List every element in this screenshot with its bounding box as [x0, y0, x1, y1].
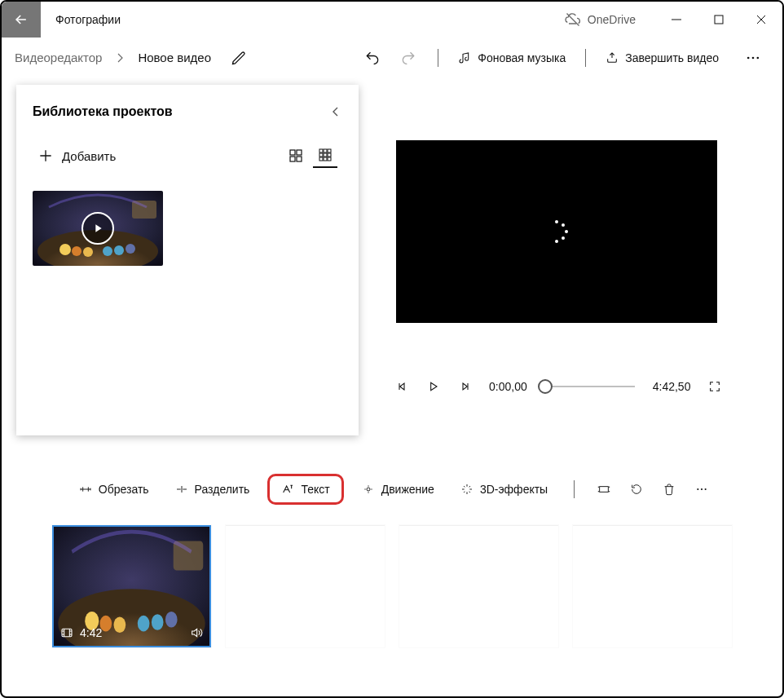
motion-button[interactable]: Движение [354, 478, 443, 501]
background-music-button[interactable]: Фоновая музыка [450, 46, 574, 69]
clip-overlay: 4:42 [52, 618, 211, 647]
plus-icon [37, 148, 54, 164]
library-title: Библиотека проектов [33, 104, 173, 119]
loading-spinner-icon [545, 220, 568, 243]
music-icon [458, 51, 471, 64]
svg-rect-4 [290, 150, 295, 155]
svg-point-3 [757, 56, 760, 59]
export-icon [606, 51, 619, 64]
add-media-label: Добавить [62, 149, 116, 163]
split-button[interactable]: Разделить [167, 478, 258, 501]
next-frame-button[interactable] [458, 380, 471, 393]
chevron-left-icon [329, 105, 342, 118]
more-icon [695, 483, 708, 496]
clip-audio-button[interactable] [190, 626, 203, 639]
trim-button[interactable]: Обрезать [71, 478, 157, 501]
play-overlay [33, 191, 163, 266]
svg-rect-9 [324, 149, 327, 152]
grid-3x3-icon [319, 148, 332, 161]
trim-icon [79, 483, 92, 496]
split-label: Разделить [195, 483, 250, 496]
storyboard-clip[interactable]: 4:42 [52, 525, 211, 647]
svg-rect-40 [62, 629, 72, 636]
play-button[interactable] [427, 380, 440, 393]
project-library-panel: Библиотека проектов Добавить [16, 85, 359, 435]
separator [585, 49, 586, 67]
delete-button[interactable] [658, 478, 680, 501]
svg-rect-8 [319, 149, 323, 152]
video-preview[interactable] [396, 140, 717, 323]
step-forward-icon [458, 380, 471, 393]
clip-more-button[interactable] [690, 478, 713, 501]
breadcrumb-current[interactable]: Новое видео [136, 46, 213, 69]
more-button[interactable] [735, 45, 771, 71]
film-icon [60, 626, 73, 639]
svg-rect-16 [328, 157, 331, 161]
text-label: Текст [301, 483, 329, 496]
onedrive-button[interactable]: OneDrive [565, 2, 655, 38]
text-icon [281, 483, 294, 496]
library-item[interactable] [33, 191, 163, 266]
window-maximize-button[interactable] [698, 2, 740, 38]
background-music-label: Фоновая музыка [478, 51, 566, 64]
speaker-icon [190, 626, 203, 639]
grid-2x2-icon [289, 149, 302, 162]
storyboard-placeholder[interactable] [226, 525, 385, 647]
3d-effects-label: 3D-эффекты [480, 483, 548, 496]
motion-label: Движение [381, 483, 434, 496]
storyboard: 4:42 [2, 510, 782, 647]
sparkle-icon [460, 483, 473, 496]
fullscreen-button[interactable] [708, 380, 721, 393]
finish-video-label: Завершить видео [625, 51, 719, 64]
time-current: 0:00,00 [489, 380, 527, 393]
storyboard-placeholder[interactable] [399, 525, 558, 647]
seek-handle[interactable] [538, 379, 553, 394]
minimize-icon [670, 13, 683, 26]
text-button[interactable]: Текст [267, 474, 343, 505]
undo-button[interactable] [355, 45, 390, 71]
redo-button[interactable] [390, 45, 426, 71]
fullscreen-icon [708, 380, 721, 393]
split-icon [175, 483, 188, 496]
storyboard-placeholder[interactable] [573, 525, 732, 647]
play-icon [91, 222, 104, 235]
more-icon [745, 50, 761, 66]
back-button[interactable] [2, 2, 41, 38]
collapse-button[interactable] [329, 105, 342, 118]
maximize-icon [712, 13, 725, 26]
prev-frame-button[interactable] [396, 380, 409, 393]
step-back-icon [396, 380, 409, 393]
rename-button[interactable] [221, 45, 257, 71]
play-icon [427, 380, 440, 393]
3d-effects-button[interactable]: 3D-эффекты [452, 478, 556, 501]
aspect-ratio-icon [597, 483, 610, 496]
svg-rect-27 [600, 487, 609, 493]
svg-rect-0 [715, 15, 723, 24]
svg-point-30 [705, 488, 707, 490]
cloud-off-icon [565, 11, 581, 28]
svg-rect-11 [319, 153, 323, 157]
seek-slider[interactable] [545, 386, 635, 387]
clip-edit-toolbar: Обрезать Разделить Текст Движение 3D-эфф… [2, 468, 782, 510]
time-total: 4:42,50 [653, 380, 691, 393]
svg-rect-10 [328, 149, 331, 152]
finish-video-button[interactable]: Завершить видео [597, 46, 727, 69]
playback-transport: 0:00,00 4:42,50 [396, 362, 717, 411]
svg-point-1 [747, 56, 750, 59]
separator [574, 480, 575, 498]
rotate-icon [630, 483, 643, 496]
view-large-tiles-button[interactable] [284, 144, 308, 168]
app-title: Фотографии [41, 2, 135, 38]
view-small-tiles-button[interactable] [313, 144, 337, 168]
breadcrumb-root[interactable]: Видеоредактор [13, 46, 104, 69]
window-close-button[interactable] [740, 2, 782, 38]
window-minimize-button[interactable] [655, 2, 698, 38]
resize-button[interactable] [592, 478, 615, 501]
svg-rect-7 [297, 157, 302, 161]
rotate-button[interactable] [625, 478, 648, 501]
trim-label: Обрезать [99, 483, 149, 496]
svg-rect-12 [324, 153, 327, 157]
svg-point-29 [701, 488, 703, 490]
add-media-button[interactable]: Добавить [37, 148, 116, 164]
svg-rect-13 [328, 153, 331, 157]
